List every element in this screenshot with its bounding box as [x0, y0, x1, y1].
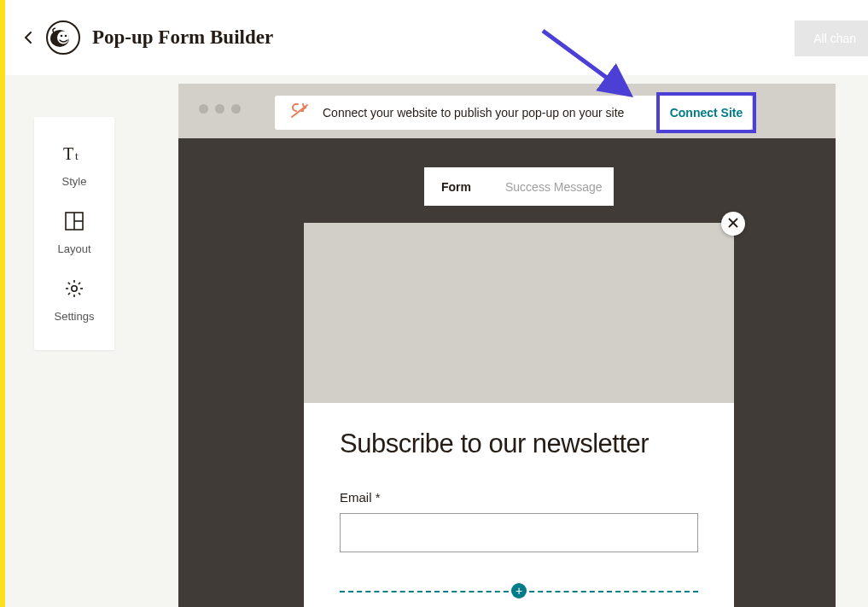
tab-form[interactable]: Form — [424, 167, 488, 206]
svg-point-3 — [61, 35, 63, 38]
popup-hero-image-placeholder[interactable] — [304, 223, 734, 403]
back-chevron-icon[interactable] — [22, 31, 36, 44]
email-field-label: Email * — [340, 490, 698, 505]
plus-icon: + — [516, 584, 522, 598]
preview-tab-switcher: Form Success Message — [424, 167, 614, 206]
editor-sidebar: T t Style Layout — [34, 117, 114, 350]
gear-icon — [65, 279, 84, 310]
svg-text:T: T — [63, 144, 73, 163]
preview-dark-area: Form Success Message Subscribe to our ne… — [178, 138, 836, 607]
sidebar-item-label: Style — [62, 175, 87, 188]
window-traffic-lights-icon — [199, 104, 241, 114]
unlink-icon — [290, 103, 309, 122]
sidebar-item-style[interactable]: T t Style — [34, 132, 114, 200]
popup-preview-card: Subscribe to our newsletter Email * + — [304, 223, 734, 607]
svg-line-17 — [68, 293, 70, 295]
add-field-row: + — [340, 585, 698, 597]
svg-point-10 — [72, 286, 77, 291]
app-header: Pop-up Form Builder All chan — [5, 0, 868, 75]
sidebar-item-label: Layout — [57, 242, 90, 255]
svg-line-15 — [68, 283, 70, 284]
mailchimp-logo-icon — [46, 20, 80, 55]
tab-success-message[interactable]: Success Message — [488, 167, 620, 206]
popup-body: Subscribe to our newsletter Email * + — [304, 403, 734, 607]
email-field[interactable] — [340, 513, 698, 552]
connect-site-button[interactable]: Connect Site — [656, 92, 756, 133]
popup-heading[interactable]: Subscribe to our newsletter — [340, 429, 698, 459]
page-title: Pop-up Form Builder — [92, 26, 273, 49]
sidebar-item-layout[interactable]: Layout — [34, 200, 114, 267]
svg-line-18 — [79, 283, 80, 284]
type-icon: T t — [63, 144, 85, 175]
close-popup-button[interactable] — [721, 212, 745, 236]
svg-line-16 — [79, 293, 80, 295]
add-field-button[interactable]: + — [511, 583, 527, 598]
preview-window: Connect your website to publish your pop… — [178, 84, 836, 607]
sidebar-item-settings[interactable]: Settings — [34, 267, 114, 335]
svg-text:t: t — [75, 149, 79, 162]
all-changes-button[interactable]: All chan — [795, 20, 868, 56]
sidebar-item-label: Settings — [55, 310, 95, 323]
svg-point-4 — [65, 35, 67, 38]
close-icon — [728, 216, 738, 231]
layout-icon — [65, 212, 84, 242]
